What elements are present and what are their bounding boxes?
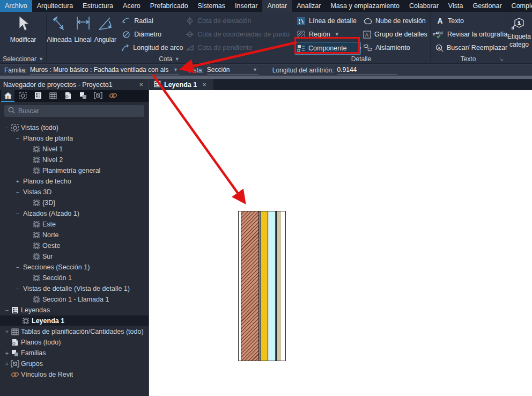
tab-gestionar[interactable]: Gestionar — [468, 0, 506, 12]
seleccionar-menu[interactable]: Seleccionar▼ — [0, 54, 46, 63]
panel-cota: Alineada Lineal Angular — [47, 12, 292, 63]
dialog-launcher-icon[interactable]: ↘ — [499, 56, 504, 62]
collapse-icon[interactable]: − — [14, 189, 21, 195]
legends-icon[interactable] — [31, 90, 45, 102]
tab-anotar[interactable]: Anotar — [262, 0, 292, 12]
collapse-icon[interactable]: − — [14, 285, 21, 292]
collapse-icon[interactable]: − — [3, 124, 11, 131]
tab-analizar[interactable]: Analizar — [292, 0, 326, 12]
tree-item-sur[interactable]: Sur — [0, 251, 149, 262]
tab-estructura[interactable]: Estructura — [78, 0, 118, 12]
wall-section-component[interactable] — [238, 211, 286, 361]
tree-item-3d[interactable]: {3D} — [0, 197, 149, 208]
tree-item-grupos[interactable]: +Grupos — [0, 358, 149, 369]
view-icon — [32, 232, 41, 238]
revisar-ortografia-button[interactable]: ABC Revisar la ortografía — [433, 28, 506, 40]
tree-item-leyendas[interactable]: −Leyendas — [0, 305, 149, 316]
sheets-icon[interactable] — [61, 90, 75, 102]
tree-item-leyenda-1[interactable]: Leyenda 1 — [0, 316, 149, 326]
modify-label: Modificar — [10, 36, 36, 43]
svg-text:A: A — [365, 32, 368, 38]
componente-button[interactable]: Componente ▼ — [294, 42, 361, 55]
tab-sistemas[interactable]: Sistemas — [193, 0, 230, 12]
buscar-reemplazar-button[interactable]: A Buscar/ Reemplazar — [433, 42, 506, 54]
aislamiento-button[interactable]: Aislamiento — [361, 42, 428, 54]
alineada-button[interactable]: Alineada — [47, 12, 72, 54]
longitud-input[interactable]: 0.9144 — [337, 65, 397, 75]
expand-icon[interactable]: + — [14, 178, 21, 185]
diametro-button[interactable]: Diámetro — [120, 28, 183, 40]
tree-item-nivel-2[interactable]: Nivel 2 — [0, 155, 149, 165]
spot-elevation-icon — [185, 17, 194, 25]
home-icon[interactable] — [1, 90, 14, 102]
tab-masa-y-emplazamiento[interactable]: Masa y emplazamiento — [326, 0, 404, 12]
tree-item-label: Leyendas — [21, 306, 50, 314]
tree-item-norte[interactable]: Norte — [0, 230, 149, 240]
tree-item-alzados-alzado-1[interactable]: −Alzados (Alzado 1) — [0, 208, 149, 219]
radial-button[interactable]: Radial — [120, 15, 183, 27]
tree-item-vistas-3d[interactable]: −Vistas 3D — [0, 187, 149, 197]
close-icon[interactable]: × — [137, 80, 145, 89]
tree-item-vistas-de-detalle-vista-de-detalle-1[interactable]: −Vistas de detalle (Vista de detalle 1) — [0, 283, 149, 294]
tree-item-familias[interactable]: +Familias — [0, 348, 149, 358]
tab-prefabricado[interactable]: Prefabricado — [145, 0, 193, 12]
groups-icon[interactable] — [91, 90, 105, 102]
region-button[interactable]: Región ▼ — [294, 28, 361, 40]
tree-item-v-nculos-de-revit[interactable]: Vínculos de Revit — [0, 369, 149, 380]
expand-icon[interactable]: + — [3, 361, 11, 367]
tab-vista[interactable]: Vista — [444, 0, 468, 12]
drawing-canvas[interactable] — [149, 90, 532, 396]
cota-menu[interactable]: Cota▼ — [47, 54, 292, 63]
collapse-icon[interactable]: − — [3, 307, 11, 313]
families-icon[interactable] — [76, 90, 90, 102]
views-icon[interactable] — [16, 90, 29, 102]
view-icon — [32, 200, 41, 206]
tree-item-secci-n-1-llamada-1[interactable]: Sección 1 - Llamada 1 — [0, 294, 149, 305]
tab-acero[interactable]: Acero — [118, 0, 145, 12]
collapse-icon[interactable]: − — [14, 210, 21, 217]
project-browser-header[interactable]: Navegador de proyectos - Proyecto1 × — [0, 79, 149, 90]
view-tab-leyenda-1[interactable]: Leyenda 1 × — [149, 79, 213, 90]
tab-insertar[interactable]: Insertar — [230, 0, 262, 12]
ribbon-tab-bar: ArchivoArquitecturaEstructuraAceroPrefab… — [0, 0, 532, 12]
tree-item-nivel-1[interactable]: Nivel 1 — [0, 144, 149, 155]
tree-item-secciones-secci-n-1[interactable]: −Secciones (Sección 1) — [0, 262, 149, 273]
tab-complem[interactable]: Complem — [507, 0, 532, 12]
longitud-label: Longitud del anfitrión: — [272, 67, 334, 74]
tree-item-planimetr-a-general[interactable]: Planimetría general — [0, 165, 149, 176]
grupo-de-detalles-button[interactable]: A Grupo de detalles ▼ — [361, 28, 428, 40]
tree-item-planos-de-techo[interactable]: +Planos de techo — [0, 176, 149, 187]
schedules-icon[interactable] — [46, 90, 60, 102]
etiquetar-por-categoria-button[interactable]: 1 Etiqueta catego — [506, 12, 532, 49]
tab-arquitectura[interactable]: Arquitectura — [32, 0, 78, 12]
collapse-icon[interactable]: − — [14, 135, 21, 142]
wall-layer-acabado-interior-beige — [276, 211, 281, 361]
expand-icon[interactable]: + — [3, 350, 11, 356]
angular-button[interactable]: Angular — [94, 12, 117, 54]
search-box[interactable] — [4, 105, 144, 117]
longitud-de-arco-button[interactable]: Longitud de arco — [120, 42, 183, 54]
modify-button[interactable]: Modificar — [0, 12, 46, 54]
cota-elevacion-button: Cota de elevación — [183, 15, 292, 27]
tree-item-planos-todo[interactable]: Planos (todo) — [0, 337, 149, 348]
tab-archivo[interactable]: Archivo — [0, 0, 32, 12]
vista-combobox[interactable]: Sección ▼ — [207, 65, 258, 75]
linea-de-detalle-button[interactable]: Línea de detalle — [294, 15, 361, 27]
lineal-button[interactable]: Lineal — [72, 12, 94, 54]
tree-item-planos-de-planta[interactable]: −Planos de planta — [0, 133, 149, 144]
tree-item-vistas-todo[interactable]: −Vistas (todo) — [0, 122, 149, 133]
tab-colaborar[interactable]: Colaborar — [404, 0, 444, 12]
expand-icon[interactable]: + — [3, 328, 11, 335]
search-icon — [8, 106, 15, 116]
familia-combobox[interactable]: Muros : Muro básico : Fachada ventilada … — [30, 65, 179, 75]
tree-item-este[interactable]: Este — [0, 219, 149, 230]
texto-button[interactable]: A Texto — [433, 15, 506, 27]
collapse-icon[interactable]: − — [14, 264, 21, 270]
nube-de-revision-button[interactable]: Nube de revisión — [361, 15, 428, 27]
close-icon[interactable]: × — [200, 80, 209, 89]
links-icon[interactable] — [106, 90, 120, 102]
tree-item-secci-n-1[interactable]: Sección 1 — [0, 273, 149, 283]
search-input[interactable] — [18, 107, 141, 115]
tree-item-tablas-de-planificaci-n-cantidades-todo[interactable]: +Tablas de planificación/Cantidades (tod… — [0, 326, 149, 337]
tree-item-oeste[interactable]: Oeste — [0, 240, 149, 251]
